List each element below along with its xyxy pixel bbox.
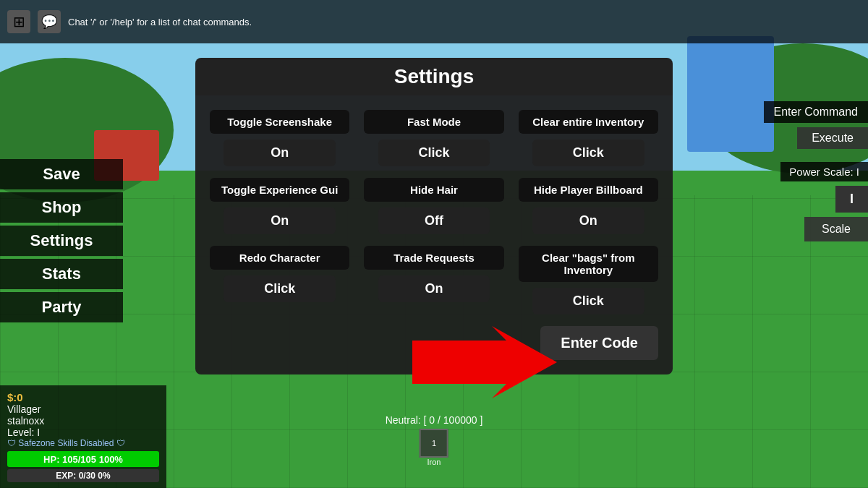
right-panel: Enter Command Execute Power Scale: I I S… bbox=[764, 101, 869, 241]
enter-code-row: Enter Code bbox=[210, 326, 658, 360]
shop-button[interactable]: Shop bbox=[0, 192, 123, 223]
top-bar: ⊞ 💬 Chat '/' or '/help' for a list of ch… bbox=[0, 0, 868, 43]
settings-button[interactable]: Settings bbox=[0, 226, 123, 256]
bottom-center-info: Neutral: [ 0 / 100000 ] 1 Iron bbox=[386, 414, 483, 466]
enter-command-label: Enter Command bbox=[764, 101, 869, 123]
settings-grid: Toggle Screenshake On Fast Mode Click Cl… bbox=[210, 110, 658, 314]
stats-button[interactable]: Stats bbox=[0, 259, 123, 289]
hide-player-billboard-label: Hide Player Billboard bbox=[519, 178, 658, 202]
clear-bags-label: Clear "bags" from Inventory bbox=[519, 246, 658, 282]
toggle-exp-gui-label: Toggle Experience Gui bbox=[210, 178, 349, 202]
settings-body: Toggle Screenshake On Fast Mode Click Cl… bbox=[195, 95, 673, 374]
clear-inventory-label: Clear entire Inventory bbox=[519, 110, 658, 134]
exp-bar-container: EXP: 0/30 0% bbox=[7, 469, 159, 482]
neutral-text: Neutral: [ 0 / 100000 ] bbox=[386, 414, 483, 426]
item-slot: 1 bbox=[420, 429, 448, 458]
hide-player-billboard-btn[interactable]: On bbox=[532, 207, 644, 234]
redo-character-label: Redo Character bbox=[210, 246, 349, 270]
roblox-icon: ⊞ bbox=[7, 10, 30, 33]
save-button[interactable]: Save bbox=[0, 159, 123, 189]
hud-username: stalnoxx bbox=[7, 415, 159, 427]
power-i-button[interactable]: I bbox=[835, 186, 868, 213]
setting-clear-bags: Clear "bags" from Inventory Click bbox=[519, 246, 658, 314]
toggle-exp-gui-btn[interactable]: On bbox=[224, 207, 336, 234]
item-label: Iron bbox=[427, 458, 441, 466]
scale-button[interactable]: Scale bbox=[804, 217, 868, 241]
setting-toggle-exp-gui: Toggle Experience Gui On bbox=[210, 178, 349, 234]
exp-text: EXP: 0/30 0% bbox=[56, 471, 110, 481]
settings-modal: Settings Toggle Screenshake On Fast Mode… bbox=[195, 58, 673, 374]
setting-fast-mode: Fast Mode Click bbox=[364, 110, 503, 166]
setting-toggle-screenshake: Toggle Screenshake On bbox=[210, 110, 349, 166]
setting-redo-character: Redo Character Click bbox=[210, 246, 349, 314]
fast-mode-btn[interactable]: Click bbox=[378, 140, 490, 166]
trade-requests-label: Trade Requests bbox=[364, 246, 503, 270]
item-number: 1 bbox=[432, 439, 436, 448]
setting-hide-hair: Hide Hair Off bbox=[364, 178, 503, 234]
setting-trade-requests: Trade Requests On bbox=[364, 246, 503, 314]
left-menu: Save Shop Settings Stats Party bbox=[0, 159, 123, 322]
bottom-hud: $:0 Villager stalnoxx Level: I 🛡 Safezon… bbox=[0, 385, 166, 488]
hp-text: HP: 105/105 100% bbox=[43, 454, 123, 465]
hp-bar-container: HP: 105/105 100% bbox=[7, 451, 159, 467]
hide-hair-btn[interactable]: Off bbox=[378, 207, 490, 234]
trade-requests-btn[interactable]: On bbox=[378, 275, 490, 302]
clear-inventory-btn[interactable]: Click bbox=[532, 140, 644, 166]
toggle-screenshake-label: Toggle Screenshake bbox=[210, 110, 349, 134]
hide-hair-label: Hide Hair bbox=[364, 178, 503, 202]
fast-mode-label: Fast Mode bbox=[364, 110, 503, 134]
hud-money: $:0 bbox=[7, 391, 159, 403]
hud-level: Level: I bbox=[7, 427, 159, 438]
party-button[interactable]: Party bbox=[0, 292, 123, 322]
hud-role: Villager bbox=[7, 403, 159, 415]
setting-hide-player-billboard: Hide Player Billboard On bbox=[519, 178, 658, 234]
chat-hint-text: Chat '/' or '/help' for a list of chat c… bbox=[68, 17, 252, 27]
enter-code-button[interactable]: Enter Code bbox=[540, 326, 658, 360]
power-scale-label: Power Scale: I bbox=[780, 162, 868, 181]
toggle-screenshake-btn[interactable]: On bbox=[224, 140, 336, 166]
bleachers-right bbox=[687, 36, 774, 152]
clear-bags-btn[interactable]: Click bbox=[532, 288, 644, 314]
hud-safezone: 🛡 Safezone Skills Disabled 🛡 bbox=[7, 438, 159, 448]
setting-clear-inventory: Clear entire Inventory Click bbox=[519, 110, 658, 166]
redo-character-btn[interactable]: Click bbox=[224, 275, 336, 302]
execute-button[interactable]: Execute bbox=[797, 127, 868, 149]
settings-title: Settings bbox=[195, 58, 673, 95]
chat-icon[interactable]: 💬 bbox=[38, 10, 61, 33]
